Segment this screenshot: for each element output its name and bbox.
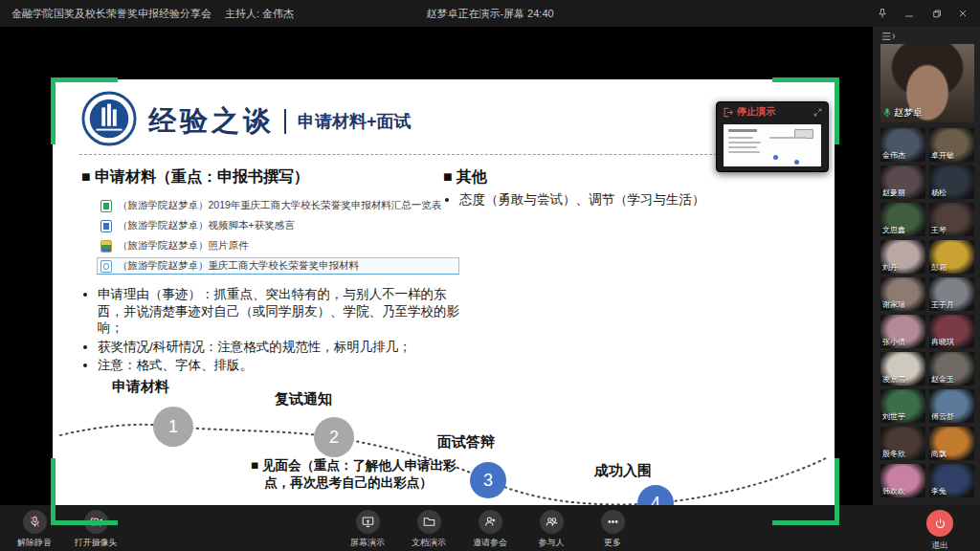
app-titlebar: 金融学院国奖及校长荣誉奖申报经验分享会 主持人: 金伟杰 赵梦卓正在演示-屏幕 … bbox=[0, 0, 980, 27]
title-divider bbox=[284, 109, 286, 134]
screen-share-icon bbox=[362, 516, 374, 528]
people-icon bbox=[546, 516, 558, 528]
slide-subtitle: 申请材料+面试 bbox=[298, 110, 412, 133]
doc-share-button[interactable]: 文档演示 bbox=[404, 510, 454, 549]
invite-person-icon bbox=[484, 516, 497, 528]
pin-icon[interactable] bbox=[875, 6, 890, 21]
share-region-corner bbox=[51, 458, 118, 525]
stop-presenting-button[interactable]: 停止演示 bbox=[737, 105, 775, 119]
participant-name: 刘世芋 bbox=[882, 411, 905, 422]
stop-share-icon bbox=[723, 107, 733, 118]
participant-name: 赵曼丽 bbox=[882, 187, 905, 198]
timeline-step-label: 复试通知 bbox=[275, 390, 332, 408]
screen-share-button[interactable]: 屏幕演示 bbox=[343, 510, 392, 549]
participant-tile[interactable]: 刘丹 bbox=[880, 240, 925, 274]
more-dots-icon bbox=[607, 516, 619, 528]
excel-file-icon bbox=[100, 200, 112, 212]
timeline-step-label: 成功入围 bbox=[594, 462, 652, 480]
presenter-control-panel: 停止演示 bbox=[716, 101, 829, 172]
timeline-step-label: 申请材料 bbox=[112, 378, 169, 396]
meeting-title: 金融学院国奖及校长荣誉奖申报经验分享会 bbox=[11, 7, 212, 21]
participant-name: 赵金玉 bbox=[931, 374, 954, 385]
layout-toggle-icon[interactable] bbox=[880, 30, 900, 43]
participant-tile[interactable]: 殷冬欣 bbox=[880, 427, 925, 460]
file-list-item[interactable]: （旅游学院赵梦卓）视频脚本+获奖感言 bbox=[97, 217, 459, 234]
participant-tile[interactable]: 卓开敏 bbox=[929, 128, 974, 162]
participant-tile[interactable]: 刘世芋 bbox=[880, 389, 925, 423]
restore-button[interactable] bbox=[928, 6, 944, 21]
participant-name: 金伟杰 bbox=[882, 150, 905, 161]
participant-name: 刘丹 bbox=[882, 262, 898, 273]
invite-button[interactable]: 邀请参会 bbox=[465, 510, 515, 549]
participant-tile[interactable]: 文思鑫 bbox=[880, 203, 925, 236]
bullet-item: 申请理由（事迹）：抓重点、突出特有的，与别人不一样的东西，并说清楚事迹对自己（或… bbox=[98, 286, 459, 337]
leave-meeting-button[interactable]: 退出 bbox=[915, 510, 965, 551]
host-label: 主持人: 金伟杰 bbox=[225, 7, 294, 21]
participants-sidebar: 赵梦卓 金伟杰 卓开敏 赵曼丽 杨松 文思鑫 王琴 刘丹 彭霜 谢家瑞 bbox=[873, 27, 980, 505]
participant-tile[interactable]: 彭霜 bbox=[929, 240, 974, 274]
more-button[interactable]: 更多 bbox=[588, 510, 637, 549]
participant-tile[interactable]: 王琴 bbox=[929, 203, 974, 236]
share-region-corner bbox=[772, 458, 839, 525]
participant-name: 李兔 bbox=[931, 486, 947, 496]
participant-tile[interactable]: 韩欢欢 bbox=[880, 464, 925, 497]
participant-grid: 金伟杰 卓开敏 赵曼丽 杨松 文思鑫 王琴 刘丹 彭霜 谢家瑞 王子月 张小倩 bbox=[880, 128, 974, 497]
active-speaker-video[interactable]: 赵梦卓 bbox=[880, 44, 974, 122]
participant-name: 文思鑫 bbox=[882, 225, 905, 235]
mic-active-icon bbox=[883, 108, 891, 118]
participants-button[interactable]: 参与人 bbox=[526, 510, 576, 549]
participant-tile[interactable]: 赵曼丽 bbox=[880, 165, 925, 199]
participant-tile[interactable]: 李兔 bbox=[929, 464, 974, 497]
other-bullet-list: 态度（勇敢与尝试）、调节（学习与生活） bbox=[443, 191, 816, 209]
file-list-item[interactable]: （旅游学院赵梦卓）照片原件 bbox=[97, 237, 459, 254]
participant-tile[interactable]: 赵金玉 bbox=[929, 352, 974, 386]
participant-name: 彭霜 bbox=[931, 262, 947, 273]
participant-name: 韩欢欢 bbox=[882, 486, 905, 496]
timeline-step-circle: 2 bbox=[314, 417, 354, 457]
power-icon bbox=[934, 518, 947, 530]
timeline-step-label: 面试答辩 bbox=[437, 433, 495, 452]
participant-name: 殷冬欣 bbox=[882, 449, 905, 459]
participant-tile[interactable]: 金伟杰 bbox=[880, 128, 925, 162]
document-icon bbox=[423, 516, 435, 528]
bullet-item: 态度（勇敢与尝试）、调节（学习与生活） bbox=[459, 191, 816, 209]
shared-screen-area: 经验之谈 申请材料+面试 ■ 申请材料（重点：申报书撰写） （旅游学院赵梦卓）2… bbox=[0, 27, 873, 505]
participant-name: 王琴 bbox=[931, 225, 947, 235]
file-list: （旅游学院赵梦卓）2019年重庆工商大学校长荣誉奖申报材料汇总一览表 （旅游学院… bbox=[97, 197, 459, 275]
participant-name: 王子月 bbox=[931, 299, 954, 310]
participant-name: 谢家瑞 bbox=[882, 299, 905, 310]
file-list-item[interactable]: （旅游学院赵梦卓）2019年重庆工商大学校长荣誉奖申报材料汇总一览表 bbox=[97, 197, 459, 214]
slide-title: 经验之谈 bbox=[148, 102, 275, 141]
section-heading-materials: ■ 申请材料（重点：申报书撰写） bbox=[81, 167, 459, 187]
minimize-button[interactable] bbox=[902, 6, 917, 21]
timeline-step-circle: 1 bbox=[153, 407, 193, 447]
close-button[interactable] bbox=[955, 6, 970, 21]
participant-name: 傅云舒 bbox=[931, 411, 954, 422]
active-speaker-name: 赵梦卓 bbox=[894, 106, 923, 120]
participant-tile[interactable]: 张小倩 bbox=[880, 315, 925, 348]
participant-tile[interactable]: 傅云舒 bbox=[929, 389, 974, 423]
doc-file-icon bbox=[100, 260, 112, 273]
participant-tile[interactable]: 尚飘 bbox=[929, 427, 974, 460]
participant-tile[interactable]: 王子月 bbox=[929, 277, 974, 311]
header-divider bbox=[79, 154, 808, 155]
participant-name: 冉晓琪 bbox=[931, 337, 954, 347]
mic-muted-icon bbox=[29, 516, 41, 528]
meetup-note: ■ 见面会（重点：了解他人申请出彩点，再次思考自己的出彩点） bbox=[251, 457, 463, 491]
share-preview-thumbnail bbox=[724, 124, 821, 166]
expand-icon[interactable] bbox=[813, 108, 822, 117]
participant-name: 卓开敏 bbox=[931, 150, 954, 161]
word-file-icon bbox=[100, 220, 112, 232]
participant-tile[interactable]: 凌京雪 bbox=[880, 352, 925, 386]
participant-tile[interactable]: 冉晓琪 bbox=[929, 315, 974, 348]
timeline-step-circle: 3 bbox=[470, 462, 506, 498]
participant-tile[interactable]: 杨松 bbox=[929, 165, 974, 199]
materials-bullet-list: 申请理由（事迹）：抓重点、突出特有的，与别人不一样的东西，并说清楚事迹对自己（或… bbox=[81, 286, 459, 374]
file-list-item-selected[interactable]: （旅游学院赵梦卓）重庆工商大学校长荣誉奖申报材料 bbox=[97, 257, 459, 275]
participant-tile[interactable]: 谢家瑞 bbox=[880, 277, 925, 311]
share-region-corner bbox=[51, 77, 118, 144]
participant-name: 杨松 bbox=[931, 187, 947, 198]
bullet-item: 获奖情况/科研情况：注意格式的规范性，标明几排几； bbox=[98, 339, 459, 356]
participant-name: 张小倩 bbox=[882, 337, 905, 347]
participant-name: 凌京雪 bbox=[882, 374, 905, 385]
